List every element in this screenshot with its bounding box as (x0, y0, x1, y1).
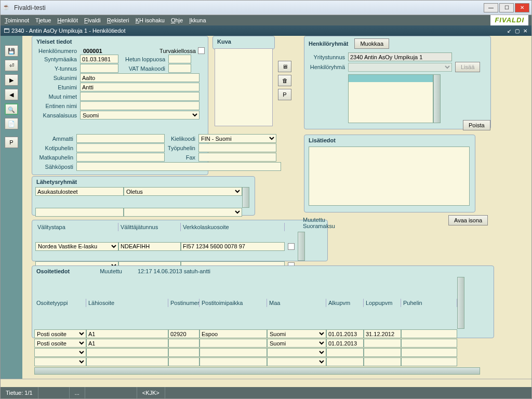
lahiosoite-1[interactable] (86, 339, 168, 348)
matkapuhelin-field[interactable] (76, 153, 165, 162)
doc-icon[interactable]: 📄 (5, 118, 18, 129)
lahiosoite-2[interactable] (86, 348, 168, 357)
loppupvm-0[interactable] (364, 329, 401, 338)
lahiosoite-3[interactable] (86, 357, 168, 366)
postitoimipaikka-2[interactable] (200, 348, 267, 357)
hetun-field[interactable] (168, 55, 191, 63)
alkupvm-2[interactable] (326, 348, 364, 357)
henkilonumero-value: 000001 (83, 48, 102, 54)
menu-ohje[interactable]: Ohje (171, 17, 183, 23)
muut-field[interactable] (80, 92, 200, 101)
postinumero-2[interactable] (168, 348, 200, 357)
henkiloryhma-list[interactable] (348, 74, 433, 123)
verkkolaskuosoite-field[interactable] (181, 242, 285, 251)
ammatti-field[interactable] (76, 134, 165, 143)
lahetys-r2c1[interactable] (35, 208, 124, 217)
verkko-scroll[interactable] (298, 232, 305, 261)
postitoimipaikka-1[interactable] (200, 339, 267, 348)
alkupvm-0[interactable] (326, 329, 364, 338)
tyopuhelin-field[interactable] (198, 143, 276, 152)
fax-field[interactable] (198, 153, 276, 162)
lisatiedot-textarea[interactable] (309, 147, 470, 206)
postinumero-3[interactable] (168, 357, 200, 366)
poista-button[interactable]: Poista (463, 120, 490, 130)
ammatti-label: Ammatti (32, 136, 76, 142)
loppupvm-1[interactable] (364, 339, 401, 348)
ytunnus-field[interactable] (80, 64, 118, 73)
kuva-p-button[interactable]: P (278, 89, 291, 100)
sahkoposti-field[interactable] (76, 162, 281, 171)
hdr-alkupvm: Alkupvm (326, 299, 364, 307)
menu-tietue[interactable]: Tietue (35, 17, 51, 23)
lahetys-col1[interactable] (35, 187, 124, 196)
kuva-monitor-icon[interactable]: 🖥 (278, 61, 291, 72)
kielikoodi-select[interactable]: FIN - Suomi (198, 134, 276, 143)
avaa-isona-button[interactable]: Avaa isona (448, 215, 488, 225)
puhelin-0[interactable] (401, 329, 457, 338)
save-icon[interactable]: 💾 (5, 45, 18, 57)
valitystapa-select[interactable]: Nordea Vastike E-lasku (35, 242, 118, 251)
postitoimipaikka-3[interactable] (200, 357, 267, 366)
osoitetyyppi-1[interactable]: Posti osoite (34, 339, 86, 348)
maa-0[interactable]: Suomi (267, 329, 326, 338)
lahetys-col2[interactable]: Oletus (124, 187, 242, 196)
sukunimi-field[interactable] (80, 73, 200, 82)
subwindow-header: 🗔 2340 - Antin AsOy Umpikuja 1 - Henkilö… (1, 25, 531, 36)
kansalaisuus-select[interactable]: Suomi (80, 111, 200, 119)
henkiloryhma-select (348, 63, 452, 72)
alkupvm-3[interactable] (326, 357, 364, 366)
lahiosoite-0[interactable] (86, 329, 168, 338)
syntymaaika-field[interactable] (80, 55, 118, 63)
menu-toiminnot[interactable]: Toiminnot (5, 17, 29, 23)
lahetys-scroll[interactable] (242, 187, 249, 208)
next-icon[interactable]: ▶ (5, 74, 18, 86)
turvakiellossa-checkbox[interactable] (198, 47, 205, 54)
menu-khisohaku[interactable]: KH isohaku (136, 17, 165, 23)
suoramaksu-cbx-1[interactable] (288, 243, 295, 250)
subwindow-title: 2340 - Antin AsOy Umpikuja 1 - Henkilöti… (11, 28, 126, 34)
kuva-box (215, 48, 273, 126)
menu-henkilot[interactable]: Henkilöt (57, 17, 78, 23)
osoitetyyppi-2[interactable] (34, 348, 86, 357)
menu-rekisteri[interactable]: Rekisteri (107, 17, 129, 23)
puhelin-2[interactable] (401, 348, 457, 357)
alkupvm-1[interactable] (326, 339, 364, 348)
search-icon[interactable]: 🔍 (5, 103, 18, 115)
etunimi-label: Etunimi (35, 84, 80, 90)
loppupvm-2[interactable] (364, 348, 401, 357)
osoitetyyppi-3[interactable] (34, 357, 86, 366)
osoite-scroll-v[interactable] (457, 277, 464, 329)
osoitetyyppi-0[interactable]: Posti osoite (34, 329, 86, 338)
maa-1[interactable]: Suomi (267, 339, 326, 348)
menu-fivaldi[interactable]: Fivaldi (84, 17, 101, 23)
postinumero-0[interactable] (168, 329, 200, 338)
vat-field[interactable] (168, 64, 191, 73)
osoitetiedot-panel: Osoitetiedot Muutettu 12:17 14.06.2013 s… (32, 265, 494, 338)
puhelin-1[interactable] (401, 339, 457, 348)
p-button[interactable]: P (5, 137, 18, 148)
subwindow-controls[interactable]: ↙ ▢ ✕ (507, 28, 528, 34)
valittajatunnus-field[interactable] (118, 242, 181, 251)
menu-ikkuna[interactable]: Ikkuna (189, 17, 206, 23)
kuva-trash-icon[interactable]: 🗑 (278, 75, 291, 86)
entinen-field[interactable] (80, 101, 200, 110)
postinumero-1[interactable] (168, 339, 200, 348)
minimize-button[interactable]: — (484, 3, 498, 12)
maximize-button[interactable]: ☐ (499, 3, 514, 12)
exit-icon[interactable]: ⏎ (5, 60, 18, 71)
loppupvm-3[interactable] (364, 357, 401, 366)
etunimi-field[interactable] (80, 83, 200, 91)
maa-2[interactable] (267, 348, 326, 357)
lahetys-r2c2[interactable] (124, 208, 242, 217)
muutettu-label: Muutettu (303, 217, 335, 223)
muokkaa-button[interactable]: Muokkaa (354, 38, 389, 49)
osoite-scroll-h[interactable] (34, 367, 480, 375)
prev-icon[interactable]: ◀ (5, 89, 18, 100)
close-button[interactable]: ✕ (515, 3, 529, 12)
henkiloryhma-scroll[interactable] (433, 74, 441, 123)
kotipuhelin-field[interactable] (76, 143, 165, 152)
puhelin-3[interactable] (401, 357, 457, 366)
osoite-row-0: Posti osoite Suomi (34, 329, 491, 338)
maa-3[interactable] (267, 357, 326, 366)
postitoimipaikka-0[interactable] (200, 329, 267, 338)
